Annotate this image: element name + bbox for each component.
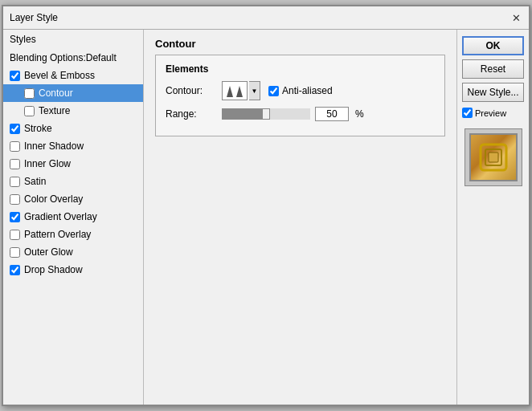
sidebar-item-contour[interactable]: Contour bbox=[3, 84, 143, 102]
anti-alias-label: Anti-aliased bbox=[282, 85, 333, 96]
sidebar-item-satin[interactable]: Satin bbox=[3, 173, 143, 190]
sidebar-label-gradient-overlay: Gradient Overlay bbox=[24, 211, 97, 222]
sidebar-checkbox-inner-shadow[interactable] bbox=[10, 141, 20, 152]
contour-label: Contour: bbox=[166, 85, 222, 96]
blending-label: Blending Options:Default bbox=[10, 52, 117, 63]
anti-alias-checkbox-label[interactable]: Anti-aliased bbox=[268, 85, 333, 96]
layer-style-dialog: Layer Style ✕ Styles Blending Options:De… bbox=[2, 5, 530, 406]
right-panel: OK Reset New Style... Preview bbox=[456, 30, 529, 405]
range-label: Range: bbox=[166, 108, 222, 120]
sidebar-item-pattern-overlay[interactable]: Pattern Overlay bbox=[3, 226, 143, 243]
sidebar-items-container: Bevel & EmbossContourTextureStrokeInner … bbox=[3, 67, 143, 279]
sidebar-checkbox-color-overlay[interactable] bbox=[10, 194, 20, 205]
sidebar-label-texture: Texture bbox=[39, 105, 70, 116]
sidebar-label-outer-glow: Outer Glow bbox=[24, 246, 73, 258]
range-row: Range: % bbox=[166, 107, 435, 121]
sidebar-item-stroke[interactable]: Stroke bbox=[3, 120, 143, 137]
range-slider-container: % bbox=[222, 107, 364, 121]
range-slider[interactable] bbox=[222, 108, 310, 120]
sidebar-styles-header: Styles bbox=[3, 30, 143, 49]
sidebar-item-blending[interactable]: Blending Options:Default bbox=[3, 49, 143, 67]
preview-label[interactable]: Preview bbox=[475, 108, 506, 118]
section-title: Contour bbox=[155, 38, 445, 50]
title-bar: Layer Style ✕ bbox=[3, 6, 529, 30]
sidebar-label-drop-shadow: Drop Shadow bbox=[24, 264, 83, 275]
sidebar-label-contour: Contour bbox=[39, 87, 73, 99]
svg-rect-4 bbox=[489, 153, 498, 162]
range-unit: % bbox=[355, 108, 364, 120]
anti-alias-checkbox[interactable] bbox=[268, 86, 279, 96]
sidebar-item-gradient-overlay[interactable]: Gradient Overlay bbox=[3, 208, 143, 226]
sidebar-checkbox-satin[interactable] bbox=[10, 177, 20, 187]
sidebar-label-bevel-emboss: Bevel & Emboss bbox=[24, 70, 95, 81]
contour-dropdown-button[interactable]: ▼ bbox=[249, 81, 260, 100]
sidebar-label-pattern-overlay: Pattern Overlay bbox=[24, 229, 91, 240]
main-content: Contour Elements Contour: bbox=[144, 30, 456, 405]
range-value-input[interactable] bbox=[315, 107, 349, 121]
preview-box bbox=[464, 128, 522, 186]
sidebar-label-inner-glow: Inner Glow bbox=[24, 158, 71, 169]
sidebar-checkbox-bevel-emboss[interactable] bbox=[10, 71, 20, 81]
sidebar-checkbox-pattern-overlay[interactable] bbox=[10, 230, 20, 240]
sidebar-label-satin: Satin bbox=[24, 176, 46, 187]
sidebar-checkbox-contour[interactable] bbox=[24, 88, 35, 99]
sidebar-item-outer-glow[interactable]: Outer Glow bbox=[3, 243, 143, 261]
sidebar: Styles Blending Options:Default Bevel & … bbox=[3, 30, 144, 405]
sidebar-checkbox-gradient-overlay[interactable] bbox=[10, 212, 20, 222]
preview-row: Preview bbox=[462, 108, 524, 118]
contour-preview-button[interactable] bbox=[222, 81, 248, 100]
preview-image bbox=[469, 133, 518, 181]
sidebar-label-inner-shadow: Inner Shadow bbox=[24, 140, 84, 152]
elements-group: Elements Contour: ▼ bbox=[155, 55, 445, 136]
sidebar-checkbox-drop-shadow[interactable] bbox=[10, 265, 20, 275]
sidebar-checkbox-texture[interactable] bbox=[24, 106, 35, 116]
sidebar-checkbox-outer-glow[interactable] bbox=[10, 247, 20, 258]
sidebar-item-inner-shadow[interactable]: Inner Shadow bbox=[3, 137, 143, 155]
sidebar-item-drop-shadow[interactable]: Drop Shadow bbox=[3, 261, 143, 279]
reset-button[interactable]: Reset bbox=[462, 59, 524, 79]
sidebar-checkbox-stroke[interactable] bbox=[10, 124, 20, 134]
svg-marker-0 bbox=[227, 86, 233, 97]
new-style-button[interactable]: New Style... bbox=[462, 83, 524, 102]
sidebar-item-texture[interactable]: Texture bbox=[3, 102, 143, 120]
sidebar-item-inner-glow[interactable]: Inner Glow bbox=[3, 155, 143, 173]
preview-checkbox[interactable] bbox=[462, 108, 473, 118]
sidebar-checkbox-inner-glow[interactable] bbox=[10, 159, 20, 169]
dialog-body: Styles Blending Options:Default Bevel & … bbox=[3, 30, 529, 405]
sidebar-item-bevel-emboss[interactable]: Bevel & Emboss bbox=[3, 67, 143, 84]
svg-marker-1 bbox=[236, 86, 243, 97]
sidebar-label-color-overlay: Color Overlay bbox=[24, 193, 83, 205]
close-button[interactable]: ✕ bbox=[509, 11, 522, 24]
sidebar-item-color-overlay[interactable]: Color Overlay bbox=[3, 190, 143, 208]
contour-row: Contour: ▼ bbox=[166, 81, 435, 100]
sidebar-label-stroke: Stroke bbox=[24, 123, 52, 134]
ok-button[interactable]: OK bbox=[462, 36, 524, 55]
group-title: Elements bbox=[166, 63, 435, 75]
dialog-title: Layer Style bbox=[10, 12, 58, 23]
